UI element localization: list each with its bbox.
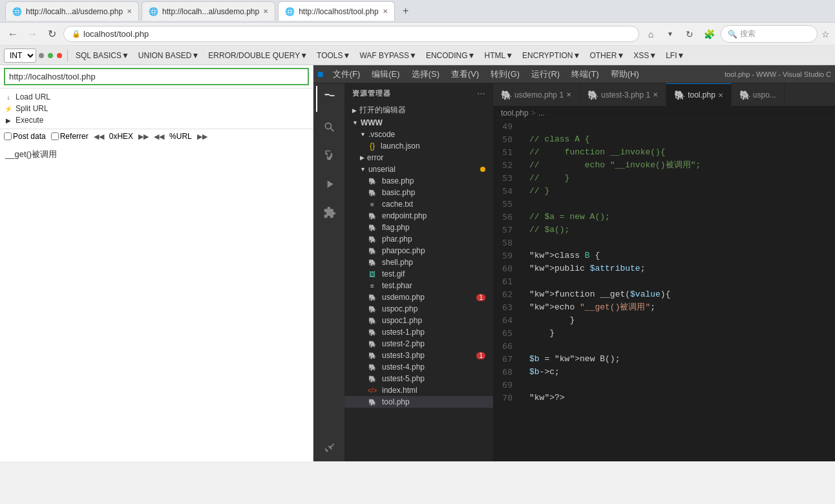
file-label-test.phar: test.phar [382, 281, 412, 290]
menu-encryption[interactable]: ENCRYPTION▼ [518, 50, 584, 61]
menu-html[interactable]: HTML▼ [481, 50, 518, 61]
file-ustest-5.php[interactable]: 🐘ustest-5.php [344, 373, 493, 384]
load-url-button[interactable]: ↓ Load URL [4, 92, 309, 101]
tab-2[interactable]: 🌐 http://localh...al/usdemo.php ✕ [142, 1, 275, 21]
tab-1[interactable]: 🌐 http://localh...al/usdemo.php ✕ [5, 1, 139, 21]
file-tool.php[interactable]: 🐘tool.php [344, 396, 493, 408]
search-activity-icon[interactable] [316, 114, 342, 140]
tab-usdemo[interactable]: 🐘 usdemo.php 1 ✕ [493, 83, 580, 106]
extensions-icon[interactable] [316, 200, 342, 226]
code-editor: 4950515253545556575859606162636465666768… [493, 120, 835, 461]
menu-waf-bypass[interactable]: WAF BYPASS▼ [355, 50, 421, 61]
menu-xss[interactable]: XSS▼ [629, 50, 661, 61]
menu-file[interactable]: 文件(F) [328, 67, 366, 81]
explorer-icon[interactable] [316, 86, 342, 112]
tab-2-close[interactable]: ✕ [263, 8, 268, 15]
file-ustest-3.php[interactable]: 🐘ustest-3.php1 [344, 350, 493, 361]
tab-uspoc[interactable]: 🐘 uspo... [732, 83, 785, 106]
extension-icon[interactable]: 🧩 [701, 26, 717, 42]
file-phar.php[interactable]: 🐘phar.php [344, 233, 493, 245]
execute-button[interactable]: ▶ Execute [4, 116, 309, 125]
menu-other[interactable]: OTHER▼ [586, 50, 628, 61]
menu-help[interactable]: 帮助(H) [606, 67, 644, 81]
vscode-folder[interactable]: ▼ .vscode [344, 129, 493, 140]
int-select[interactable]: INT [4, 48, 36, 63]
home-chevron-icon[interactable]: ▼ [662, 26, 678, 42]
file-test.gif[interactable]: 🖼test.gif [344, 268, 493, 280]
file-flag.php[interactable]: 🐘flag.php [344, 222, 493, 233]
unserial-chevron: ▼ [360, 166, 366, 173]
file-shell.php[interactable]: 🐘shell.php [344, 257, 493, 268]
bookmark-icon[interactable]: ☆ [821, 29, 830, 39]
sidebar-more-icon[interactable]: ··· [478, 90, 485, 98]
reload-button[interactable]: ↻ [44, 26, 59, 42]
menu-sql-basics[interactable]: SQL BASICS▼ [72, 50, 133, 61]
referrer-input[interactable] [51, 132, 59, 140]
file-label-flag.php: flag.php [382, 223, 410, 232]
file-label-usdemo.php: usdemo.php [382, 293, 425, 302]
file-index.html[interactable]: </>index.html [344, 384, 493, 396]
menu-run[interactable]: 运行(R) [526, 67, 565, 81]
menu-edit[interactable]: 编辑(E) [366, 67, 405, 81]
hackbar-options: Post data Referrer ◀◀ 0xHEX ▶▶ ◀◀ %URL ▶… [0, 129, 313, 143]
file-uspoc.php[interactable]: 🐘uspoc.php [344, 303, 493, 315]
menu-error-double[interactable]: ERROR/DOUBLE QUERY▼ [204, 50, 312, 61]
forward-button[interactable]: → [25, 26, 40, 42]
referrer-checkbox[interactable]: Referrer [51, 132, 89, 141]
tab-ustest3-close[interactable]: ✕ [653, 91, 658, 98]
tab-ustest3[interactable]: 🐘 ustest-3.php 1 ✕ [580, 83, 666, 106]
tab-usdemo-close[interactable]: ✕ [566, 91, 571, 98]
file-ustest-1.php[interactable]: 🐘ustest-1.php [344, 326, 493, 338]
post-data-input[interactable] [4, 132, 12, 140]
file-icon-basic.php: 🐘 [368, 188, 377, 197]
open-editors-section[interactable]: ▶ 打开的编辑器 [344, 103, 493, 117]
error-folder[interactable]: ▶ error [344, 152, 493, 163]
split-url-button[interactable]: ⚡ Split URL [4, 104, 309, 113]
menu-terminal[interactable]: 终端(T) [566, 67, 604, 81]
menu-encoding[interactable]: ENCODING▼ [422, 50, 480, 61]
file-test.phar[interactable]: ≡test.phar [344, 280, 493, 291]
line-num-60: 60 [493, 262, 519, 275]
menu-tools[interactable]: TOOLS▼ [313, 50, 354, 61]
menu-select[interactable]: 选择(S) [407, 67, 445, 81]
file-pharpoc.php[interactable]: 🐘pharpoc.php [344, 245, 493, 257]
arrow-left-2: ◀◀ [154, 132, 164, 141]
menu-view[interactable]: 查看(V) [446, 67, 484, 81]
dot-red [57, 53, 62, 58]
menu-lfi[interactable]: LFI▼ [662, 50, 688, 61]
open-editors-chevron: ▶ [352, 107, 357, 114]
file-label-uspoc.php: uspoc.php [382, 304, 418, 313]
hackbar-url-input[interactable] [4, 68, 309, 85]
file-ustest-4.php[interactable]: 🐘ustest-4.php [344, 361, 493, 373]
tab-tool-close[interactable]: ✕ [718, 92, 723, 99]
unserial-folder[interactable]: ▼ unserial [344, 163, 493, 175]
url-bar[interactable]: 🔒 localhost/tool.php [63, 26, 639, 42]
file-base.php[interactable]: 🐘base.php [344, 175, 493, 187]
code-line-63: "kw">echo "__get()被调用"; [529, 301, 835, 314]
file-usdemo.php[interactable]: 🐘usdemo.php1 [344, 291, 493, 303]
back-button[interactable]: ← [5, 26, 21, 42]
tab-1-close[interactable]: ✕ [127, 8, 132, 15]
launch-json-file[interactable]: {} launch.json [344, 140, 493, 152]
menu-union-based[interactable]: UNION BASED▼ [134, 50, 204, 61]
run-debug-icon[interactable] [316, 171, 342, 197]
post-data-checkbox[interactable]: Post data [4, 132, 46, 141]
tab-tool-label: tool.php [688, 90, 715, 100]
file-cache.txt[interactable]: ≡cache.txt [344, 198, 493, 210]
source-control-icon[interactable] [316, 143, 342, 169]
menu-goto[interactable]: 转到(G) [485, 67, 525, 81]
search-box[interactable]: 🔍 搜索 [721, 25, 818, 43]
file-ustest-2.php[interactable]: 🐘ustest-2.php [344, 338, 493, 350]
tab-tool[interactable]: 🐘 tool.php ✕ [666, 83, 732, 106]
refresh-icon[interactable]: ↻ [682, 26, 697, 42]
file-basic.php[interactable]: 🐘basic.php [344, 187, 493, 198]
www-folder[interactable]: ▼ WWW [344, 117, 493, 129]
tab-usdemo-label: usdemo.php 1 [514, 90, 564, 100]
test-icon[interactable] [316, 436, 342, 461]
tab-3-close[interactable]: ✕ [383, 8, 388, 15]
new-tab-button[interactable]: + [397, 3, 414, 19]
home-icon[interactable]: ⌂ [643, 26, 659, 42]
tab-3[interactable]: 🌐 http://localhost/tool.php ✕ [278, 1, 394, 21]
file-uspoc1.php[interactable]: 🐘uspoc1.php [344, 315, 493, 326]
file-endpoint.php[interactable]: 🐘endpoint.php [344, 210, 493, 222]
